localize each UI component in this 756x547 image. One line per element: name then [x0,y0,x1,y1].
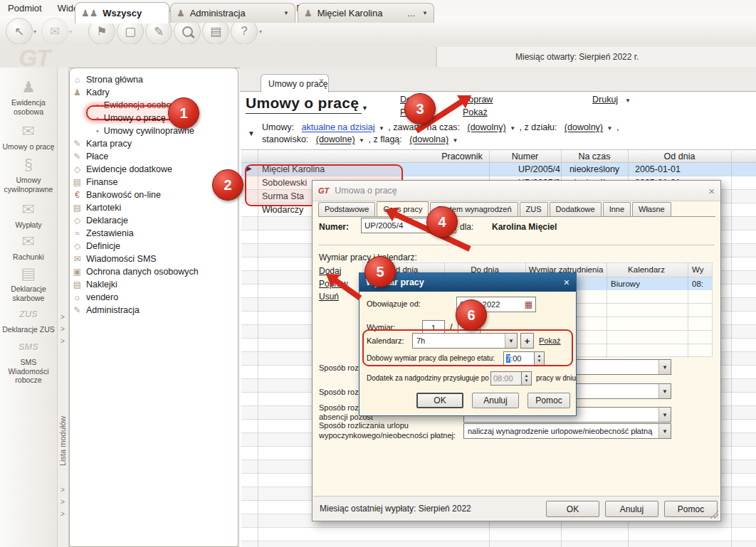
back-dropdown-icon[interactable]: ▾ [33,28,36,35]
contract-dialog-titlebar[interactable]: GT Umowa o pracę × [313,181,720,201]
tree-item-finanse[interactable]: ▤Finanse [72,176,117,188]
tree-item-kadry[interactable]: ♟Kadry [72,86,110,99]
tree-label: Administracja [86,305,140,315]
tree-item-definicje[interactable]: ◇Definicje [72,240,120,253]
calendar-icon[interactable]: ▦ [525,299,532,309]
back-icon[interactable]: ↖ [6,18,33,45]
folders-icon: ▤ [72,203,83,213]
bullet-icon: • [96,114,99,122]
chevron-down-icon[interactable]: ▼ [283,10,289,16]
filter-label: , z działu: [520,122,557,132]
close-icon[interactable]: × [319,76,324,86]
nadgodziny-spinner[interactable]: ▲▼ [522,371,532,386]
drukuj-dropdown-icon[interactable]: ▼ [625,97,631,104]
settings-combo-4[interactable]: naliczaj wynagrodzenie urlopowe/nieobecn… [463,423,671,439]
tab-zus[interactable]: ZUS [520,202,548,217]
chevron-down-icon[interactable]: ▼ [379,125,384,132]
column-na-czas[interactable]: Na czas [561,152,628,161]
filter-dzial-value[interactable]: (dowolny) [565,122,603,132]
sort-asc-icon: ▲ [462,154,471,159]
filter-zawarte-value[interactable]: (dowolny) [468,122,506,132]
pokaz-link[interactable]: Pokaż [463,107,488,117]
module-ewidencja-osobowa[interactable]: ♟ Ewidencja osobowa [0,77,57,116]
tab-podstawowe[interactable]: Podstawowe [318,202,375,217]
tree-item-place[interactable]: ✎Płace [72,150,108,163]
title-dropdown-icon[interactable]: ▼ [362,105,368,112]
chevron-right-icon[interactable]: > [61,337,65,345]
module-deklaracje-skarbowe[interactable]: ▤ Deklaracje skarbowe [0,263,57,302]
module-wyplaty[interactable]: ✉ Wypłaty [0,199,57,230]
tree-item-zestawienia[interactable]: ≈Zestawienia [72,227,134,240]
contract-dialog-tabs: Podstawowe Czas pracy System wynagrodzeń… [318,202,673,217]
content-tab-umowy-o-prace[interactable]: Umowy o pracę × [261,74,329,92]
schedule-usun-link[interactable]: Usuń [319,292,339,302]
chevron-down-icon[interactable]: ▼ [359,137,364,144]
chevron-right-icon[interactable]: > [61,313,65,321]
chevron-down-icon[interactable]: ▼ [422,10,428,16]
chevron-down-icon[interactable]: ▼ [453,137,458,144]
tree-item-wiadomosci-sms[interactable]: ✉Wiadomości SMS [72,253,157,265]
module-umowy-cywilnoprawne[interactable]: § Umowy cywilnoprawne [0,154,57,193]
module-rachunki[interactable]: ✉ Rachunki [0,231,57,262]
workspace-tab-wszyscy[interactable]: ♟♟ Wszyscy [75,2,169,23]
close-icon[interactable]: × [564,277,569,288]
page-title[interactable]: Umowy o pracę [246,95,362,114]
tab-dodatkowe[interactable]: Dodatkowe [550,202,602,217]
cell-na-czas: nieokreślony [561,164,628,174]
tree-item-deklaracje[interactable]: ◇Deklaracje [72,214,128,227]
help-dropdown-icon[interactable]: ▾ [259,28,262,35]
annotation-step-2: 2 [212,169,243,201]
chevron-down-icon[interactable]: ▼ [607,125,612,132]
module-label: cywilnoprawne [0,185,57,194]
column-od-dnia[interactable]: Od dnia [628,152,731,161]
tree-item-bankowosc[interactable]: €Bankowość on-line [72,188,161,201]
gear-icon: ☼ [72,292,83,302]
printer-glyph: ▤ [210,24,221,39]
pomoc-button[interactable]: Pomoc [664,501,718,517]
tab-inne[interactable]: Inne [603,202,631,217]
anuluj-button[interactable]: Anuluj [605,501,658,517]
workspace-tab-administracja[interactable]: ♟ Administracja ▼ [170,3,295,23]
ok-button[interactable]: OK [416,393,463,408]
module-umowy-o-prace[interactable]: ✉ Umowy o pracę [0,121,57,152]
workspace-tab-label: Mięciel Karolina [317,8,383,18]
workspace-tab-mieciel-karolina[interactable]: ♟ Mięciel Karolina ... ▼ [298,3,434,23]
tree-item-ochrona-danych[interactable]: ▣Ochrona danych osobowych [72,265,199,278]
person-icon: ♟ [304,8,313,18]
annotation-step-4: 4 [426,206,458,238]
tree-item-ewidencje-dodatkowe[interactable]: ◇Ewidencje dodatkowe [72,163,172,176]
filter-flaga-value[interactable]: (dowolna) [409,134,448,144]
pomoc-button[interactable]: Pomoc [527,393,570,408]
menu-podmiot[interactable]: Podmiot [0,1,50,16]
tree-item-kartoteki[interactable]: ▤Kartoteki [72,201,121,214]
chevron-right-icon[interactable]: > [61,510,65,518]
chevron-right-icon[interactable]: > [61,486,65,494]
chevron-right-icon[interactable]: > [61,325,65,333]
filter-umowy-value[interactable]: aktualne na dzisiaj [302,122,375,132]
tab-wlasne[interactable]: Własne [632,202,671,217]
anuluj-button[interactable]: Anuluj [472,393,519,408]
chevron-down-icon[interactable]: ▼ [510,125,515,132]
column-numer[interactable]: Numer [489,152,561,161]
tree-item-vendero[interactable]: ☼vendero [72,291,118,304]
tree-item-strona-glowna[interactable]: ⌂Strona główna [72,73,143,86]
tree-item-administracja[interactable]: ✎Administracja [72,304,140,317]
module-list-splitter[interactable]: > > > Lista modułów > > > [57,68,69,547]
tree-item-naklejki[interactable]: ▤Naklejki [72,278,117,291]
drukuj-link[interactable]: Drukuj [592,95,618,105]
question-glyph: ? [241,24,247,38]
module-deklaracje-zus[interactable]: ZUS Deklaracje ZUS [0,304,57,334]
chevron-right-icon[interactable]: > [61,498,65,506]
close-icon[interactable]: × [708,185,715,197]
module-label: Rachunki [0,253,57,262]
tree-item-karta-pracy[interactable]: ✎Karta pracy [72,137,132,150]
tree-label: Definicje [86,241,120,251]
filter-stanowisko-value[interactable]: (dowolne) [316,134,355,144]
module-sms-robocze[interactable]: SMS SMS Wiadomości robocze [0,336,57,385]
tree-item-umowy-o-prace[interactable]: •Umowy o pracę [96,112,166,124]
ok-button[interactable]: OK [546,501,599,517]
send-icon[interactable]: ✉ [41,18,68,45]
numer-value: UP/2005/4 [364,221,403,230]
table-header[interactable]: Pracownik Numer Na czas Od dnia ▲ [241,149,756,163]
filter-collapse-icon[interactable]: ▼ [248,129,255,137]
